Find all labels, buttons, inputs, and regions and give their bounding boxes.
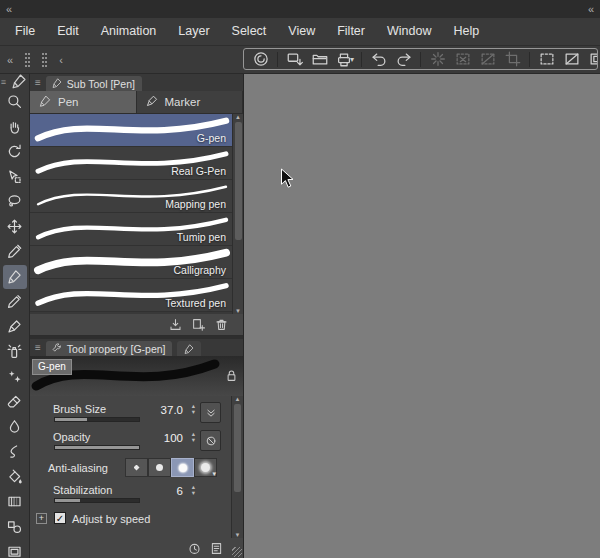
menu-edit[interactable]: Edit: [46, 18, 90, 45]
blend-icon: [6, 418, 23, 435]
import-canvas-button[interactable]: [283, 49, 306, 70]
subtool-item-label: Real G-Pen: [171, 165, 226, 177]
brush-size-spinner[interactable]: ▴▾: [192, 403, 195, 415]
group-tab-marker[interactable]: Marker: [137, 91, 244, 113]
tool-blend[interactable]: [3, 415, 27, 439]
tool-gradient[interactable]: [3, 490, 27, 514]
antialias-option-weak[interactable]: [148, 458, 171, 477]
antialias-option-middle[interactable]: [171, 458, 194, 477]
tool-decoration[interactable]: [3, 365, 27, 389]
nocircle-icon: [204, 434, 218, 448]
tab-brush-detail[interactable]: [177, 341, 201, 356]
antialias-options: ▾: [125, 458, 217, 477]
select-area-button[interactable]: [535, 49, 558, 70]
tab-tool-property[interactable]: Tool property [G-pen]: [46, 341, 173, 356]
tool-move[interactable]: [3, 215, 27, 239]
brush-size-slider[interactable]: [54, 417, 140, 422]
opacity-spinner[interactable]: ▴▾: [192, 431, 195, 443]
tool-zoom[interactable]: [3, 90, 27, 114]
subtool-item-calligraphy[interactable]: Calligraphy: [30, 246, 232, 279]
collapse-toolbar-icon[interactable]: «: [7, 54, 13, 66]
scroll-up-icon[interactable]: ▲: [235, 114, 241, 120]
antialias-option-none[interactable]: [125, 458, 148, 477]
create-subtool-button[interactable]: [189, 316, 207, 334]
stabilization-spinner[interactable]: ▴▾: [192, 484, 195, 496]
panel-menu-icon[interactable]: ≡: [35, 342, 41, 353]
panel-menu-icon[interactable]: ≡: [1, 77, 6, 87]
canvas-area[interactable]: [244, 74, 600, 558]
tool-property-scrollbar[interactable]: ▲ ▼: [231, 396, 243, 538]
opacity-value[interactable]: 100: [164, 432, 183, 444]
open-file-button[interactable]: [308, 49, 331, 70]
tool-hand[interactable]: [3, 115, 27, 139]
scroll-down-icon[interactable]: ▼: [235, 308, 241, 314]
menu-select[interactable]: Select: [221, 18, 278, 45]
mask-area-button[interactable]: [560, 49, 583, 70]
subtool-item-g-pen[interactable]: G-pen: [30, 114, 232, 147]
tool-lasso[interactable]: [3, 190, 27, 214]
delete-subtool-button[interactable]: [212, 316, 230, 334]
tool-eraser[interactable]: [3, 390, 27, 414]
frame-area-button[interactable]: [585, 49, 598, 70]
expand-button[interactable]: +: [36, 513, 47, 524]
tool-rotate[interactable]: [3, 140, 27, 164]
tab-sub-tool[interactable]: Sub Tool [Pen]: [46, 76, 142, 91]
register-settings-button[interactable]: [207, 539, 225, 557]
menu-view[interactable]: View: [277, 18, 326, 45]
print-button[interactable]: ▾: [333, 49, 356, 70]
decoration-icon: [6, 368, 23, 385]
subtool-item-tumip-pen[interactable]: Tumip pen: [30, 213, 232, 246]
stabilization-value[interactable]: 6: [177, 485, 183, 497]
workspace-button[interactable]: [249, 49, 272, 70]
collapse-left-icon[interactable]: «: [6, 3, 12, 15]
tool-liquify[interactable]: [3, 440, 27, 464]
tool-figure[interactable]: [3, 515, 27, 539]
collapse-right-icon[interactable]: «: [588, 3, 594, 15]
antialias-option-strong[interactable]: ▾: [194, 458, 217, 477]
tool-pen[interactable]: [3, 265, 27, 289]
chevron-left-icon[interactable]: ‹: [59, 54, 63, 66]
drag-grip-icon[interactable]: [42, 53, 47, 67]
tool-brush[interactable]: [3, 315, 27, 339]
subtool-scrollbar[interactable]: ▲▼: [232, 114, 243, 314]
subtool-item-mapping-pen[interactable]: Mapping pen: [30, 180, 232, 213]
tool-operation[interactable]: [3, 165, 27, 189]
tool-eyedropper[interactable]: [3, 240, 27, 264]
subtool-item-textured-pen[interactable]: Textured pen: [30, 279, 232, 312]
scroll-up-icon[interactable]: ▲: [235, 396, 241, 402]
stabilization-slider[interactable]: [54, 498, 140, 503]
tool-pencil[interactable]: [3, 290, 27, 314]
menu-filter[interactable]: Filter: [326, 18, 376, 45]
undo-button[interactable]: [367, 49, 390, 70]
scrollbar-thumb[interactable]: [235, 122, 242, 240]
command-bar: « ‹ ▾: [0, 46, 600, 74]
subtool-item-real-g-pen[interactable]: Real G-Pen: [30, 147, 232, 180]
brush-size-dynamics-button[interactable]: [200, 402, 221, 423]
resize-grip[interactable]: [232, 547, 242, 557]
tool-frame[interactable]: [3, 540, 27, 558]
import-subtool-button[interactable]: [166, 316, 184, 334]
scrollbar-thumb[interactable]: [234, 404, 241, 492]
tool-fill[interactable]: [3, 465, 27, 489]
lock-icon: [224, 368, 239, 383]
subtool-item-label: Textured pen: [165, 297, 226, 309]
menu-layer[interactable]: Layer: [167, 18, 220, 45]
menu-animation[interactable]: Animation: [90, 18, 168, 45]
menu-file[interactable]: File: [4, 18, 46, 45]
opacity-dynamics-button[interactable]: [200, 430, 221, 451]
panel-menu-icon[interactable]: ≡: [35, 77, 41, 88]
redo-button[interactable]: [392, 49, 415, 70]
reset-all-settings-button[interactable]: [185, 539, 203, 557]
menu-help[interactable]: Help: [442, 18, 490, 45]
drag-grip-icon[interactable]: [25, 53, 30, 67]
menu-window[interactable]: Window: [376, 18, 442, 45]
tool-airbrush[interactable]: [3, 340, 27, 364]
tool-palette-header[interactable]: ≡: [1, 74, 28, 89]
crop-button: [501, 49, 524, 70]
opacity-slider[interactable]: [54, 445, 140, 450]
group-tab-pen[interactable]: Pen: [30, 91, 137, 113]
brush-preview[interactable]: G-pen: [30, 356, 243, 396]
adjust-by-speed-checkbox[interactable]: ✓: [54, 512, 66, 524]
lock-icon[interactable]: [224, 368, 239, 386]
brush-size-value[interactable]: 37.0: [161, 404, 183, 416]
